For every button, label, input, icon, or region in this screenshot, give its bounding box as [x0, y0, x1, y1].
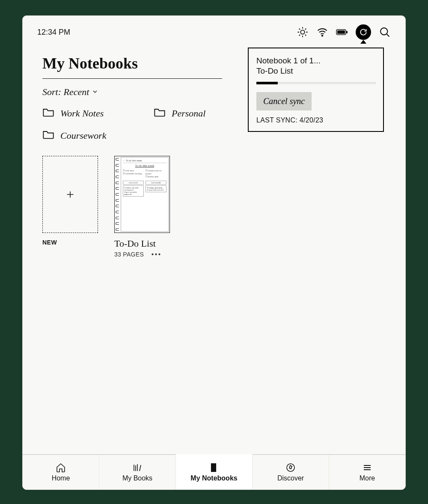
sync-item-name: To-Do List: [256, 66, 375, 76]
folder-label: Work Notes: [60, 108, 104, 119]
spiral-binding-icon: [116, 158, 120, 231]
tab-discover[interactable]: Discover: [253, 455, 329, 489]
tab-label: More: [360, 474, 375, 482]
notebook-title: To-Do List: [114, 238, 178, 249]
thumb-box-h: next week: [123, 181, 144, 185]
brightness-icon[interactable]: [297, 26, 309, 38]
thumb-item: year-end reviews!: [147, 189, 165, 191]
folder-work-notes[interactable]: Work Notes: [42, 107, 149, 120]
last-sync-label: LAST SYNC: 4/20/23: [256, 116, 375, 124]
folder-icon: [42, 129, 54, 142]
search-icon[interactable]: [379, 26, 391, 38]
svg-point-8: [287, 464, 294, 471]
sync-popover: Notebook 1 of 1... To-Do List Cancel syn…: [248, 48, 384, 132]
svg-rect-7: [214, 464, 216, 471]
pages-label: 33 PAGES: [114, 251, 144, 258]
cancel-sync-button[interactable]: Cancel sync: [256, 92, 312, 110]
folder-label: Personal: [172, 108, 205, 119]
thumb-item: write brief: [123, 169, 144, 172]
sync-icon[interactable]: [356, 24, 371, 40]
sort-label: Sort: Recent: [42, 86, 89, 98]
battery-icon[interactable]: [336, 26, 348, 38]
tab-bar: Home My Books My Notebooks Discover More: [23, 454, 405, 489]
folder-icon: [154, 107, 166, 120]
wifi-icon[interactable]: [316, 26, 328, 38]
sync-status: Notebook 1 of 1...: [256, 56, 375, 66]
tab-my-books[interactable]: My Books: [99, 455, 176, 489]
plus-icon: +: [42, 156, 98, 233]
thumb-back: ← To do this week: [123, 159, 166, 163]
folder-personal[interactable]: Personal: [154, 107, 261, 120]
tab-label: My Notebooks: [190, 474, 237, 482]
status-icons: [297, 24, 391, 40]
folder-coursework[interactable]: Coursework: [42, 129, 149, 142]
notebook-tile[interactable]: ← To do this week To do this week write …: [114, 156, 178, 258]
new-label: NEW: [42, 239, 98, 246]
tab-home[interactable]: Home: [23, 455, 99, 489]
tab-my-notebooks[interactable]: My Notebooks: [176, 454, 253, 489]
progress-bar: [256, 82, 375, 84]
svg-rect-3: [337, 30, 345, 34]
new-notebook-tile[interactable]: + NEW: [42, 156, 98, 258]
thumb-item: reschedule meeting: [123, 172, 144, 175]
notebook-grid: + NEW ← To do this week To do this week …: [42, 156, 386, 258]
svg-rect-4: [346, 31, 348, 33]
status-bar: 12:34 PM: [23, 16, 405, 43]
folder-icon: [42, 107, 54, 120]
more-icon[interactable]: •••: [152, 251, 162, 258]
svg-rect-6: [211, 464, 213, 471]
svg-point-5: [380, 28, 387, 35]
tab-label: Home: [52, 474, 70, 482]
device-frame: 12:34 PM My Notebooks Sort: Recent: [22, 15, 406, 490]
thumb-box-h: next month: [146, 181, 166, 185]
thumb-title: To do this week: [123, 164, 166, 167]
thumb-item: contact team on project: [146, 169, 166, 175]
thumb-item: get executive approval: [124, 191, 143, 195]
chevron-down-icon: [92, 86, 98, 98]
tab-more[interactable]: More: [329, 455, 405, 489]
title-divider: [42, 78, 222, 79]
thumb-item: finalize plan: [146, 175, 166, 178]
clock: 12:34 PM: [37, 28, 70, 37]
notebook-thumbnail: ← To do this week To do this week write …: [114, 156, 170, 233]
svg-point-0: [300, 30, 304, 34]
thumb-item: follow up with freelancers: [124, 187, 143, 191]
tab-label: My Books: [122, 474, 152, 482]
svg-point-1: [322, 35, 323, 36]
tab-label: Discover: [277, 474, 304, 482]
folder-label: Coursework: [60, 130, 107, 141]
